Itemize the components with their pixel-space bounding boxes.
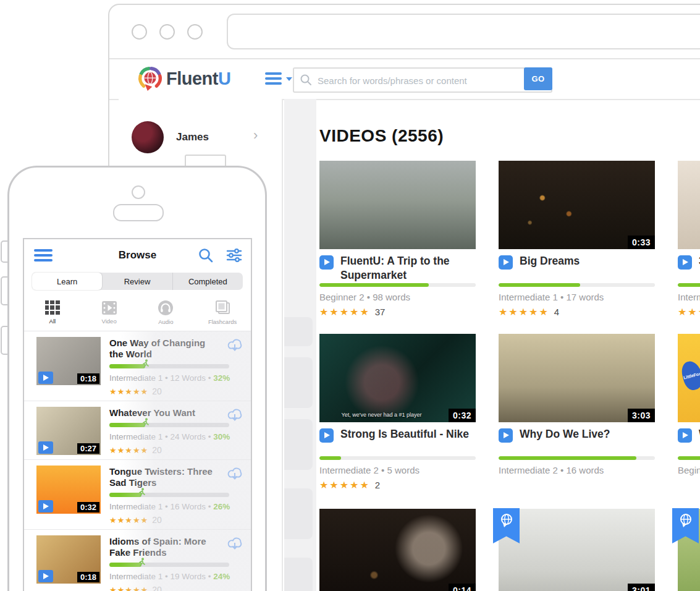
filter-label: Audio xyxy=(158,318,173,325)
video-title[interactable]: Whatever You Want xyxy=(109,407,242,419)
filter-video[interactable]: Video xyxy=(81,294,138,331)
star-rating: ★★★★★ xyxy=(499,307,549,317)
video-title[interactable]: Big Dreams xyxy=(520,255,580,267)
tab-learn[interactable]: Learn xyxy=(32,273,102,290)
fluentu-logo-icon[interactable] xyxy=(138,66,162,91)
list-item[interactable]: 0:18 One Way of Changing the World xyxy=(24,331,251,401)
video-thumbnail[interactable] xyxy=(319,161,476,249)
progress-track xyxy=(109,563,229,567)
thumbnail-caption: Yet, we've never had a #1 player xyxy=(332,412,431,418)
app-menu-icon[interactable] xyxy=(34,249,53,261)
app-search-icon[interactable] xyxy=(198,247,214,263)
hidden-card-edge xyxy=(284,317,313,346)
video-title[interactable]: One Way of Changing the World xyxy=(109,338,242,360)
filter-flashcards[interactable]: Flashcards xyxy=(194,294,251,331)
video-card[interactable]: 3:03 Why Do We Live? Intermediate 2 • 16… xyxy=(499,334,655,491)
video-title[interactable]: Why Do We Live? xyxy=(520,428,610,440)
video-thumbnail[interactable]: 0:14 xyxy=(319,509,476,591)
filter-label: Video xyxy=(102,318,117,325)
app-title: Browse xyxy=(24,239,251,271)
video-title[interactable]: Strong Is Beautiful - Nike xyxy=(340,428,469,440)
video-thumbnail[interactable]: 0:32 xyxy=(36,466,101,514)
runner-icon xyxy=(137,488,146,497)
video-thumbnail[interactable]: 3:03 xyxy=(499,334,655,422)
go-button[interactable]: GO xyxy=(524,67,552,90)
hidden-card-edge xyxy=(284,558,313,591)
filter-all[interactable]: All xyxy=(24,294,81,331)
video-meta: Intermediate 2 • 16 words xyxy=(499,465,655,475)
app-nav-bar: Browse xyxy=(24,239,251,271)
tab-review[interactable]: Review xyxy=(102,273,172,290)
phone-speaker xyxy=(113,204,164,221)
filter-audio[interactable]: Audio xyxy=(138,294,195,331)
window-button-1[interactable] xyxy=(132,24,147,40)
video-card[interactable]: FluentU: A Trip to the Supermarket Begin… xyxy=(319,161,476,318)
window-button-3[interactable] xyxy=(187,24,203,40)
video-title[interactable]: Tongue Twisters: Three Sad Tigers xyxy=(109,466,242,488)
video-icon xyxy=(101,300,118,315)
video-card[interactable]: 0:33 Big Dreams Intermediate 1 • 17 word… xyxy=(499,161,655,318)
video-thumbnail[interactable]: 0:18 xyxy=(36,535,101,584)
video-thumbnail[interactable]: Yet, we've never had a #1 player 0:32 xyxy=(319,334,476,422)
filter-label: Flashcards xyxy=(208,318,237,325)
video-card[interactable]: 0:14 xyxy=(319,509,476,591)
download-cloud-icon[interactable] xyxy=(225,407,245,423)
video-thumbnail[interactable]: 0:27 xyxy=(36,407,101,455)
duration-badge: 0:32 xyxy=(77,502,99,512)
video-thumbnail[interactable] xyxy=(678,509,700,591)
app-filter-icon[interactable] xyxy=(226,247,242,263)
video-title[interactable]: FluentU: A Trip to the Supermarket xyxy=(340,255,450,281)
duration-badge: 0:18 xyxy=(77,572,99,582)
littlefox-logo: LittleFox xyxy=(680,359,700,392)
list-item[interactable]: 0:32 Tongue Twisters: Three Sad Tigers xyxy=(24,460,251,530)
chevron-right-icon[interactable]: › xyxy=(253,127,258,143)
sidebar-gutter xyxy=(284,99,316,591)
browser-chrome xyxy=(109,5,700,59)
duration-badge: 0:18 xyxy=(77,373,99,384)
download-cloud-icon[interactable] xyxy=(225,535,245,551)
progress-percent: 32% xyxy=(213,373,230,383)
video-thumbnail[interactable]: 0:33 xyxy=(499,161,655,249)
download-cloud-icon[interactable] xyxy=(225,337,245,353)
list-item[interactable]: 0:27 Whatever You Want xyxy=(24,401,251,460)
content-type-filters: All Video xyxy=(24,294,251,331)
window-button-2[interactable] xyxy=(159,24,175,40)
tab-completed[interactable]: Completed xyxy=(172,273,243,290)
video-thumbnail[interactable]: 3:01 xyxy=(499,509,655,591)
video-card[interactable]: Yet, we've never had a #1 player 0:32 St… xyxy=(319,334,476,491)
menu-hamburger-icon[interactable] xyxy=(265,72,282,85)
play-icon xyxy=(38,372,53,384)
rating-count: 20 xyxy=(152,585,162,591)
duration-badge: 3:01 xyxy=(628,584,655,591)
user-name[interactable]: James xyxy=(176,131,209,143)
duration-badge: 3:03 xyxy=(628,409,655,422)
play-icon xyxy=(38,500,53,512)
video-meta: Intermediate 1 • 19 Words • 24% xyxy=(109,572,242,581)
video-card[interactable]: 3:01 xyxy=(499,509,655,591)
download-cloud-icon[interactable] xyxy=(225,466,245,482)
progress-fill xyxy=(678,283,700,287)
video-title[interactable]: Idioms of Spain: More Fake Friends xyxy=(109,536,242,558)
search-input[interactable] xyxy=(316,69,517,93)
video-thumbnail[interactable]: 0:18 xyxy=(36,337,101,385)
video-thumbnail[interactable]: LittleFox xyxy=(678,334,700,422)
video-card[interactable]: 3 Interm ★★★ xyxy=(678,161,700,318)
fluentu-ribbon-badge xyxy=(493,508,520,543)
url-bar[interactable] xyxy=(227,14,700,49)
user-avatar[interactable] xyxy=(132,121,164,153)
duration-badge: 0:14 xyxy=(449,584,476,591)
video-card[interactable]: LittleFox W Begin xyxy=(678,334,700,491)
flashcards-icon xyxy=(214,300,231,316)
meta-text: Intermediate 1 • 24 Words • xyxy=(109,432,213,441)
progress-track xyxy=(499,283,655,287)
video-thumbnail[interactable] xyxy=(678,161,700,249)
progress-track xyxy=(109,423,229,427)
video-card[interactable] xyxy=(678,509,700,591)
rating-count: 20 xyxy=(152,445,162,455)
list-item[interactable]: 0:18 Idioms of Spain: More Fake Friends xyxy=(24,530,251,591)
progress-track xyxy=(319,283,476,287)
menu-caret-icon[interactable] xyxy=(286,77,292,81)
search-bar: GO xyxy=(293,67,552,93)
rating-count: 37 xyxy=(375,307,386,317)
fluentu-wordmark[interactable]: FluentU xyxy=(166,69,230,89)
